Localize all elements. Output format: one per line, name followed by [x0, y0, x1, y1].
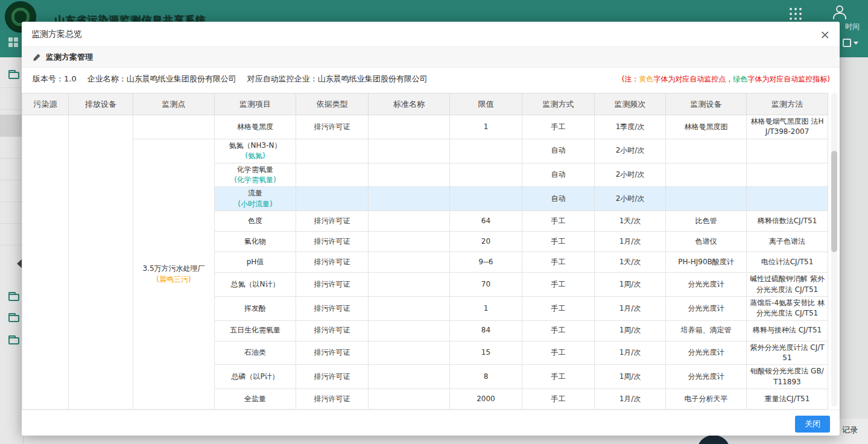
- close-button[interactable]: 关闭: [795, 416, 830, 433]
- monitor-frequency-cell: 1周/次: [595, 365, 666, 389]
- column-header: 标准名称: [369, 94, 450, 115]
- monitor-mode-cell: 手工: [522, 389, 595, 410]
- monitor-item-cell: 林格曼黑度: [215, 115, 296, 139]
- monitor-frequency-cell: 1月/次: [595, 389, 666, 410]
- monitor-device-cell: 培养箱、滴定管: [666, 320, 747, 341]
- monitor-item-cell: 色度: [215, 211, 296, 232]
- monitor-item-cell: 氨氮（NH3-N）(氨氮): [215, 139, 296, 163]
- monitor-method-cell: 重量法CJ/T51: [747, 389, 828, 410]
- legend-note: (注：黄色字体为对应自动监控点，绿色字体为对应自动监控指标): [622, 74, 830, 84]
- monitor-device-cell: [666, 139, 747, 163]
- column-header: 依据类型: [296, 94, 369, 115]
- monitor-device-cell: 林格曼黑度图: [666, 115, 747, 139]
- limit-value-cell: 70: [450, 273, 522, 297]
- monitor-item-cell: 挥发酚: [215, 296, 296, 320]
- auto-company-label: 对应自动监控企业：山东晨鸣纸业集团股份有限公司: [247, 74, 428, 84]
- version-label: 版本号：1.0: [33, 74, 77, 84]
- section-header: 监测方案管理: [22, 47, 840, 68]
- monitor-device-cell: 电子分析天平: [666, 389, 747, 410]
- monitor-method-cell: 稀释倍数法CJ/T51: [747, 211, 828, 232]
- standard-name-cell: [369, 115, 450, 139]
- monitor-device-cell: [666, 187, 747, 211]
- monitor-method-cell: 离子色谱法: [747, 232, 828, 252]
- monitor-frequency-cell: 1周/次: [595, 273, 666, 297]
- basis-type-cell: 排污许可证: [296, 389, 369, 410]
- basis-type-cell: [296, 163, 369, 187]
- scrollbar-thumb[interactable]: [831, 151, 837, 252]
- monitoring-plan-modal: 监测方案总览 × 监测方案管理 版本号：1.0 企业名称：山东晨鸣纸业集团股份有…: [22, 22, 840, 436]
- basis-type-cell: 排污许可证: [296, 320, 369, 341]
- table-scrollbar: [831, 93, 837, 407]
- monitor-mode-cell: 手工: [522, 252, 595, 273]
- monitoring-plan-table: 污染源排放设备监测点监测项目依据类型标准名称限值监测方式监测频次监测设备监测方法…: [22, 93, 828, 410]
- column-header: 监测设备: [666, 94, 747, 115]
- column-header: 监测方式: [522, 94, 595, 115]
- standard-name-cell: [369, 389, 450, 410]
- standard-name-cell: [369, 163, 450, 187]
- monitor-device-cell: 分光光度计: [666, 273, 747, 297]
- monitor-method-cell: [747, 187, 828, 211]
- column-header: 限值: [450, 94, 522, 115]
- basis-type-cell: 排污许可证: [296, 341, 369, 365]
- standard-name-cell: [369, 139, 450, 163]
- monitor-mode-cell: 手工: [522, 115, 595, 139]
- table-header-row: 污染源排放设备监测点监测项目依据类型标准名称限值监测方式监测频次监测设备监测方法: [22, 94, 828, 115]
- monitor-device-cell: 比色管: [666, 211, 747, 232]
- monitor-method-cell: 紫外分光光度计法 CJ/T51: [747, 341, 828, 365]
- monitor-item-cell: pH值: [215, 252, 296, 273]
- limit-value-cell: 84: [450, 320, 522, 341]
- limit-value-cell: 2000: [450, 389, 522, 410]
- basis-type-cell: 排污许可证: [296, 211, 369, 232]
- monitor-item-cell: 总磷（以P计）: [215, 365, 296, 389]
- column-header: 监测频次: [595, 94, 666, 115]
- limit-value-cell: 64: [450, 211, 522, 232]
- monitor-frequency-cell: 1周/次: [595, 320, 666, 341]
- column-header: 监测点: [133, 94, 215, 115]
- basis-type-cell: [296, 139, 369, 163]
- table-row: 3.5万方污水处理厂(晨鸣三污)氨氮（NH3-N）(氨氮)自动2小时/次: [22, 139, 828, 163]
- table-row: 林格曼黑度排污许可证1手工1季度/次林格曼黑度图林格曼烟气黑度图 法HJ/T39…: [22, 115, 828, 139]
- close-icon[interactable]: ×: [820, 28, 830, 40]
- monitor-mode-cell: 手工: [522, 341, 595, 365]
- standard-name-cell: [369, 232, 450, 252]
- limit-value-cell: 20: [450, 232, 522, 252]
- basis-type-cell: 排污许可证: [296, 365, 369, 389]
- monitor-point-cell: 3.5万方污水处理厂(晨鸣三污): [133, 139, 215, 409]
- limit-value-cell: 15: [450, 341, 522, 365]
- section-title: 监测方案管理: [46, 52, 93, 63]
- column-header: 污染源: [22, 94, 69, 115]
- monitor-item-cell: 流量(小时流量): [215, 187, 296, 211]
- standard-name-cell: [369, 365, 450, 389]
- monitor-device-cell: 色谱仪: [666, 232, 747, 252]
- monitor-device-cell: 分光光度计: [666, 341, 747, 365]
- plan-info-row: 版本号：1.0 企业名称：山东晨鸣纸业集团股份有限公司 对应自动监控企业：山东晨…: [22, 68, 840, 88]
- limit-value-cell: [450, 187, 522, 211]
- basis-type-cell: [296, 187, 369, 211]
- monitor-frequency-cell: 1月/次: [595, 341, 666, 365]
- monitor-mode-cell: 手工: [522, 365, 595, 389]
- pencil-icon: [33, 53, 41, 62]
- emission-equipment-cell: [69, 115, 133, 410]
- basis-type-cell: 排污许可证: [296, 273, 369, 297]
- limit-value-cell: 1: [450, 115, 522, 139]
- monitor-frequency-cell: 1天/次: [595, 252, 666, 273]
- column-header: 排放设备: [69, 94, 133, 115]
- standard-name-cell: [369, 211, 450, 232]
- monitor-method-cell: 林格曼烟气黑度图 法HJ/T398-2007: [747, 115, 828, 139]
- plan-table-container: 污染源排放设备监测点监测项目依据类型标准名称限值监测方式监测频次监测设备监测方法…: [22, 93, 840, 410]
- monitor-mode-cell: 手工: [522, 211, 595, 232]
- monitor-method-cell: 电位计法CJ/T51: [747, 252, 828, 273]
- basis-type-cell: 排污许可证: [296, 252, 369, 273]
- monitor-item-cell: 氟化物: [215, 232, 296, 252]
- monitor-item-cell: 化学需氧量(化学需氧量): [215, 163, 296, 187]
- monitor-mode-cell: 手工: [522, 320, 595, 341]
- monitor-frequency-cell: 2小时/次: [595, 187, 666, 211]
- standard-name-cell: [369, 296, 450, 320]
- limit-value-cell: [450, 139, 522, 163]
- limit-value-cell: 8: [450, 365, 522, 389]
- monitor-item-cell: 全盐量: [215, 389, 296, 410]
- column-header: 监测方法: [747, 94, 828, 115]
- limit-value-cell: 9--6: [450, 252, 522, 273]
- monitor-device-cell: 分光光度计: [666, 365, 747, 389]
- monitor-frequency-cell: 1季度/次: [595, 115, 666, 139]
